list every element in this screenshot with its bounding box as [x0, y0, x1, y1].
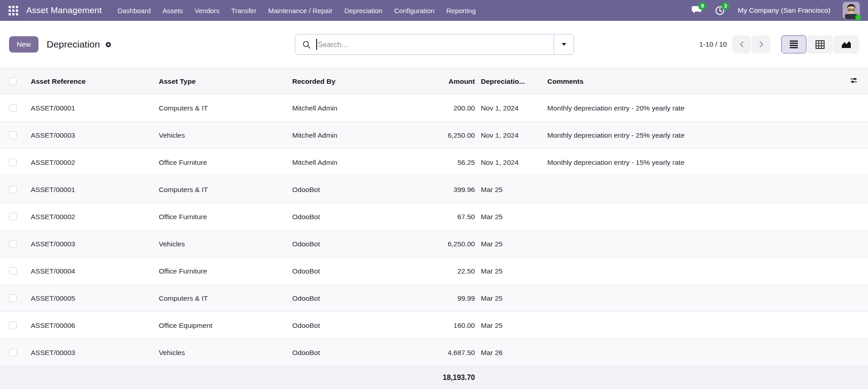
table-footer: 18,193.70: [0, 366, 868, 389]
cell-recorded-by: Mitchell Admin: [283, 149, 409, 176]
cell-asset-reference: ASSET/00003: [22, 339, 149, 366]
search-input[interactable]: [318, 40, 554, 49]
table-row[interactable]: ASSET/00003 Vehicles OdooBot 4,687.50 Ma…: [0, 339, 868, 366]
cell-recorded-by: OdooBot: [283, 258, 409, 285]
cell-asset-type: Office Furniture: [149, 258, 283, 285]
cell-amount: 22.50: [409, 258, 475, 285]
row-select-cell: [0, 203, 22, 231]
cell-depreciation-date: Mar 26: [475, 339, 541, 366]
search-dropdown-toggle[interactable]: [554, 34, 574, 54]
cell-recorded-by: OdooBot: [283, 285, 409, 312]
cell-recorded-by: Mitchell Admin: [283, 95, 409, 122]
cell-recorded-by: OdooBot: [283, 203, 409, 231]
menu-item[interactable]: Transfer: [225, 4, 262, 17]
user-avatar[interactable]: [843, 2, 860, 19]
table-row[interactable]: ASSET/00004 Office Furniture OdooBot 22.…: [0, 258, 868, 285]
header-asset-type[interactable]: Asset Type: [149, 68, 283, 95]
cell-asset-type: Vehicles: [149, 231, 283, 258]
row-select-cell: [0, 176, 22, 203]
table-row[interactable]: ASSET/00003 Vehicles Mitchell Admin 6,25…: [0, 122, 868, 149]
optional-columns-cell: [841, 68, 868, 95]
header-depreciation-date[interactable]: Depreciatio...: [475, 68, 541, 95]
row-select-cell: [0, 339, 22, 366]
header-amount[interactable]: Amount: [409, 68, 475, 95]
row-checkbox[interactable]: [9, 267, 17, 275]
cell-depreciation-date: Mar 25: [475, 285, 541, 312]
gear-icon[interactable]: [104, 41, 112, 48]
row-checkbox[interactable]: [9, 349, 17, 356]
table-row[interactable]: ASSET/00005 Computers & IT OdooBot 99.99…: [0, 285, 868, 312]
prev-icon: [739, 41, 745, 48]
table-row[interactable]: ASSET/00006 Office Equipment OdooBot 160…: [0, 312, 868, 339]
select-all-checkbox[interactable]: [9, 77, 17, 85]
online-status-dot: [855, 14, 861, 20]
cell-comments: [541, 339, 841, 366]
table-row[interactable]: ASSET/00001 Computers & IT OdooBot 399.9…: [0, 176, 868, 203]
cell-recorded-by: OdooBot: [283, 339, 409, 366]
row-checkbox[interactable]: [9, 104, 17, 112]
new-button[interactable]: New: [9, 36, 38, 53]
list-view-icon: [789, 40, 798, 48]
pager-previous-button[interactable]: [732, 35, 751, 53]
cell-amount: 67.50: [409, 203, 475, 231]
top-navbar: Asset Management Dashboard Assets Vendor…: [0, 0, 868, 21]
cell-asset-reference: ASSET/00002: [22, 149, 149, 176]
cell-asset-reference: ASSET/00005: [22, 285, 149, 312]
messages-icon[interactable]: 9: [692, 5, 702, 16]
amount-total: 18,193.70: [409, 366, 475, 389]
app-title[interactable]: Asset Management: [26, 5, 102, 15]
table-row[interactable]: ASSET/00001 Computers & IT Mitchell Admi…: [0, 95, 868, 122]
row-checkbox[interactable]: [9, 294, 17, 302]
pager-range[interactable]: 1-10 / 10: [699, 40, 727, 48]
header-asset-reference[interactable]: Asset Reference: [22, 68, 149, 95]
search-icon: [302, 40, 311, 49]
row-checkbox[interactable]: [9, 213, 17, 221]
menu-item[interactable]: Dashboard: [112, 4, 157, 17]
cell-depreciation-date: Nov 1, 2024: [475, 149, 541, 176]
cell-amount: 99.99: [409, 285, 475, 312]
cell-comments: Monthly depreciation entry - 15% yearly …: [541, 149, 841, 176]
row-checkbox[interactable]: [9, 131, 17, 139]
cell-recorded-by: Mitchell Admin: [283, 122, 409, 149]
list-view-button[interactable]: [781, 35, 806, 53]
cell-asset-type: Office Furniture: [149, 149, 283, 176]
row-checkbox[interactable]: [9, 240, 17, 248]
cell-asset-reference: ASSET/00003: [22, 122, 149, 149]
cell-asset-type: Vehicles: [149, 122, 283, 149]
table-row[interactable]: ASSET/00003 Vehicles OdooBot 6,250.00 Ma…: [0, 231, 868, 258]
table-row[interactable]: ASSET/00002 Office Furniture Mitchell Ad…: [0, 149, 868, 176]
cell-asset-reference: ASSET/00002: [22, 203, 149, 231]
cell-amount: 6,250.00: [409, 122, 475, 149]
cell-depreciation-date: Mar 25: [475, 258, 541, 285]
apps-grid-icon[interactable]: [7, 5, 19, 16]
menu-item[interactable]: Reporting: [441, 4, 482, 17]
row-select-cell: [0, 312, 22, 339]
pager-next-button[interactable]: [752, 35, 770, 53]
cell-amount: 4,687.50: [409, 339, 475, 366]
company-switcher[interactable]: My Company (San Francisco): [738, 6, 830, 14]
row-checkbox[interactable]: [9, 322, 17, 329]
cell-comments: [541, 285, 841, 312]
row-select-cell: [0, 95, 22, 122]
header-recorded-by[interactable]: Recorded By: [283, 68, 409, 95]
menu-item[interactable]: Maintenance / Repair: [262, 4, 339, 17]
header-comments[interactable]: Comments: [541, 68, 841, 95]
row-checkbox[interactable]: [9, 186, 17, 193]
table-header: Asset Reference Asset Type Recorded By A…: [0, 68, 868, 95]
cell-depreciation-date: Nov 1, 2024: [475, 95, 541, 122]
table-row[interactable]: ASSET/00002 Office Furniture OdooBot 67.…: [0, 203, 868, 231]
row-select-cell: [0, 231, 22, 258]
optional-columns-icon[interactable]: [849, 77, 858, 84]
menu-item[interactable]: Assets: [157, 4, 189, 17]
menu-item[interactable]: Vendors: [189, 4, 225, 17]
page-title: Depreciation: [47, 39, 100, 50]
row-checkbox[interactable]: [9, 158, 17, 166]
pivot-view-button[interactable]: [807, 35, 833, 53]
table-body: ASSET/00001 Computers & IT Mitchell Admi…: [0, 95, 868, 366]
menu-item[interactable]: Configuration: [388, 4, 440, 17]
control-panel: New Depreciation 1-10 / 10: [0, 21, 868, 68]
activities-icon[interactable]: 3: [715, 5, 726, 16]
graph-view-button[interactable]: [834, 35, 859, 53]
menu-item[interactable]: Depreciation: [338, 4, 388, 17]
cell-comments: [541, 231, 841, 258]
